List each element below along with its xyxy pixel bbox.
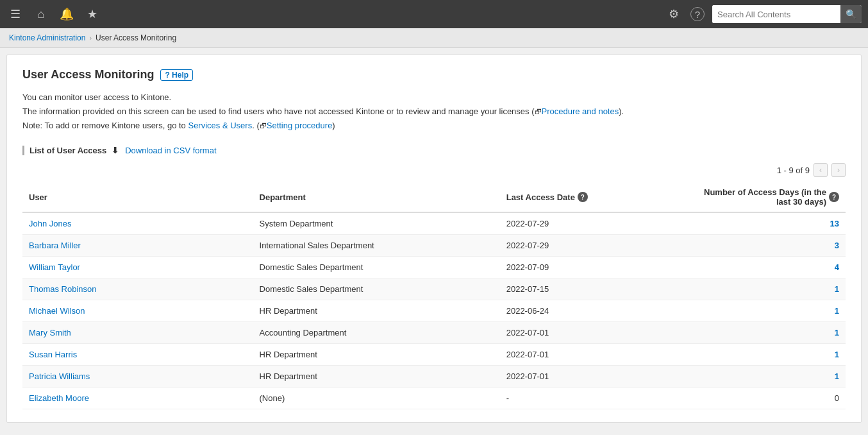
user-link[interactable]: Susan Harris <box>29 350 77 359</box>
table-row: Elizabeth Moore(None)-0 <box>22 388 846 409</box>
breadcrumb-parent[interactable]: Kintone Administration <box>9 33 85 42</box>
cell-access-days: 1 <box>681 278 846 300</box>
page-title-row: User Access Monitoring ? Help <box>22 68 846 81</box>
cell-user: Patricia Williams <box>22 366 253 388</box>
table-row: Susan HarrisHR Department2022-07-011 <box>22 344 846 366</box>
services-users-link[interactable]: Services & Users <box>188 121 252 130</box>
description-block: You can monitor user access to Kintone. … <box>22 90 846 133</box>
setting-procedure-link[interactable]: Setting procedure <box>267 121 333 130</box>
cell-last-access: 2022-07-15 <box>500 278 681 300</box>
topbar: ☰ ⌂ 🔔 ★ ⚙ ? 🔍 <box>0 0 868 28</box>
cell-last-access: 2022-07-01 <box>500 322 681 344</box>
table-header-row: User Department Last Access Date ? Numbe… <box>22 182 846 212</box>
cell-access-days: 0 <box>681 388 846 409</box>
breadcrumb: Kintone Administration › User Access Mon… <box>0 28 868 48</box>
gear-icon[interactable]: ⚙ <box>665 7 683 21</box>
cell-last-access: - <box>500 388 681 409</box>
help-link[interactable]: ? Help <box>160 69 193 81</box>
pagination-row: 1 - 9 of 9 ‹ › <box>22 163 846 177</box>
col-header-last-access: Last Access Date ? <box>500 182 681 212</box>
access-days-info-icon[interactable]: ? <box>829 192 839 202</box>
cell-department: Accounting Department <box>253 322 500 344</box>
cell-last-access: 2022-07-29 <box>500 212 681 235</box>
search-button[interactable]: 🔍 <box>840 5 862 23</box>
table-row: Mary SmithAccounting Department2022-07-0… <box>22 322 846 344</box>
cell-last-access: 2022-06-24 <box>500 300 681 322</box>
cell-department: HR Department <box>253 344 500 366</box>
cell-user: Barbara Miller <box>22 235 253 257</box>
cell-department: Domestic Sales Department <box>253 278 500 300</box>
table-row: John JonesSystem Department2022-07-2913 <box>22 212 846 235</box>
cell-last-access: 2022-07-01 <box>500 366 681 388</box>
menu-icon[interactable]: ☰ <box>6 7 24 21</box>
user-link[interactable]: William Taylor <box>29 262 80 272</box>
user-link[interactable]: Elizabeth Moore <box>29 393 89 403</box>
star-icon[interactable]: ★ <box>83 7 101 21</box>
table-row: Thomas RobinsonDomestic Sales Department… <box>22 278 846 300</box>
cell-last-access: 2022-07-01 <box>500 344 681 366</box>
table-row: Barbara MillerInternational Sales Depart… <box>22 235 846 257</box>
user-link[interactable]: Barbara Miller <box>29 241 81 250</box>
main-content: User Access Monitoring ? Help You can mo… <box>6 55 862 423</box>
cell-last-access: 2022-07-09 <box>500 257 681 278</box>
download-icon: ⬇ <box>112 146 119 155</box>
cell-access-days: 1 <box>681 366 846 388</box>
description-line1: You can monitor user access to Kintone. <box>22 90 846 105</box>
pagination-info: 1 - 9 of 9 <box>777 166 810 175</box>
home-icon[interactable]: ⌂ <box>32 8 50 21</box>
user-link[interactable]: Thomas Robinson <box>29 284 97 294</box>
user-link[interactable]: Patricia Williams <box>29 371 90 381</box>
cell-user: Thomas Robinson <box>22 278 253 300</box>
pagination-prev-button[interactable]: ‹ <box>814 163 828 177</box>
cell-department: HR Department <box>253 300 500 322</box>
setting-link-icon: 🗗 <box>260 122 267 130</box>
cell-user: John Jones <box>22 212 253 235</box>
cell-department: (None) <box>253 388 500 409</box>
cell-user: Michael Wilson <box>22 300 253 322</box>
user-link[interactable]: Mary Smith <box>29 328 71 337</box>
search-input[interactable] <box>712 5 840 23</box>
table-row: Patricia WilliamsHR Department2022-07-01… <box>22 366 846 388</box>
cell-access-days: 4 <box>681 257 846 278</box>
section-header: List of User Access ⬇Download in CSV for… <box>22 146 846 155</box>
pagination-next-button[interactable]: › <box>831 163 846 177</box>
cell-user: Mary Smith <box>22 322 253 344</box>
user-access-table: User Department Last Access Date ? Numbe… <box>22 182 846 409</box>
table-row: William TaylorDomestic Sales Department2… <box>22 257 846 278</box>
search-bar: 🔍 <box>712 5 862 23</box>
last-access-info-icon[interactable]: ? <box>578 192 588 202</box>
procedure-notes-link[interactable]: Procedure and notes <box>542 107 619 116</box>
help-icon[interactable]: ? <box>690 7 705 21</box>
col-header-access-days: Number of Access Days (in the last 30 da… <box>681 182 846 212</box>
cell-access-days: 1 <box>681 300 846 322</box>
cell-user: William Taylor <box>22 257 253 278</box>
cell-access-days: 1 <box>681 344 846 366</box>
cell-department: International Sales Department <box>253 235 500 257</box>
cell-access-days: 3 <box>681 235 846 257</box>
col-header-department: Department <box>253 182 500 212</box>
description-line2: The information provided on this screen … <box>22 105 846 119</box>
cell-department: Domestic Sales Department <box>253 257 500 278</box>
bell-icon[interactable]: 🔔 <box>58 7 76 21</box>
breadcrumb-current: User Access Monitoring <box>96 33 176 42</box>
section-title: List of User Access <box>29 146 106 155</box>
user-link[interactable]: Michael Wilson <box>29 306 85 316</box>
table-row: Michael WilsonHR Department2022-06-241 <box>22 300 846 322</box>
cell-last-access: 2022-07-29 <box>500 235 681 257</box>
cell-access-days: 1 <box>681 322 846 344</box>
cell-department: HR Department <box>253 366 500 388</box>
procedure-link-icon: 🗗 <box>535 108 542 115</box>
cell-access-days: 13 <box>681 212 846 235</box>
user-link[interactable]: John Jones <box>29 219 72 228</box>
table-body: John JonesSystem Department2022-07-2913B… <box>22 212 846 409</box>
cell-user: Elizabeth Moore <box>22 388 253 409</box>
cell-department: System Department <box>253 212 500 235</box>
page-title: User Access Monitoring <box>22 68 154 81</box>
description-line3: Note: To add or remove Kintone users, go… <box>22 119 846 133</box>
col-header-user: User <box>22 182 253 212</box>
download-csv-link[interactable]: Download in CSV format <box>125 146 216 155</box>
cell-user: Susan Harris <box>22 344 253 366</box>
breadcrumb-separator: › <box>89 34 92 42</box>
